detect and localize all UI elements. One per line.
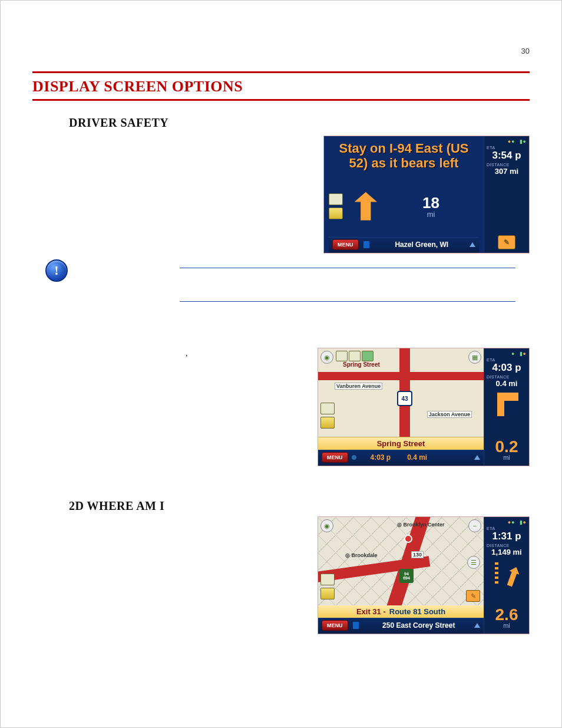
- city-label: Brookdale: [352, 552, 378, 558]
- pencil-badge-icon[interactable]: ✎: [466, 590, 480, 602]
- poi-icon[interactable]: [336, 351, 348, 361]
- menu-button[interactable]: MENU: [332, 239, 359, 250]
- north-arrow-icon: [470, 242, 475, 247]
- side-distance-unit: mi: [503, 622, 510, 629]
- vehicle-marker-icon: [404, 535, 412, 543]
- section-title: DISPLAY SCREEN OPTIONS: [32, 78, 530, 95]
- distance-label: DISTANCE: [487, 543, 510, 548]
- street-label: Vanburen Avenue: [335, 383, 382, 390]
- compass-icon[interactable]: −: [468, 519, 481, 532]
- route-shield: 43: [397, 391, 412, 406]
- menu-button[interactable]: MENU: [322, 452, 348, 463]
- side-distance-unit: mi: [503, 454, 510, 461]
- eta-value: 3:54 p: [492, 150, 521, 162]
- footer-time: 4:03 p: [371, 453, 391, 462]
- map-area[interactable]: ◉ − ◎ Brooklyn Center ◎ Brookdale 130 94…: [318, 517, 484, 605]
- page-number: 30: [521, 47, 530, 55]
- warning-icon[interactable]: [329, 207, 343, 219]
- side-panel: ●● ▮● ETA 1:31 p DISTANCE 1,149 mi 2.6 m…: [484, 517, 529, 634]
- page: 30 DISPLAY SCREEN OPTIONS DRIVER SAFETY …: [0, 0, 562, 728]
- north-arrow-icon: [474, 623, 480, 628]
- flag-icon[interactable]: [353, 622, 359, 629]
- eta-label: ETA: [487, 146, 495, 150]
- instruction-text: Stay on I-94 East (US 52) as it bears le…: [329, 140, 479, 174]
- turn-arrow-icon: [349, 192, 377, 220]
- rule-bottom: [32, 99, 530, 101]
- north-arrow-icon: [474, 455, 480, 460]
- flag-icon[interactable]: [363, 241, 369, 248]
- turn-left-arrow-icon: [495, 393, 518, 416]
- distance-value: 307 mi: [495, 167, 518, 176]
- heading-driver-safety: DRIVER SAFETY: [69, 116, 530, 130]
- eta-value: 4:03 p: [492, 362, 521, 374]
- screenshot-2d-map: ◉ ▦ Spring Street Vanburen Ave: [318, 348, 530, 466]
- recenter-icon[interactable]: ◉: [320, 351, 333, 364]
- fuel-icon[interactable]: [320, 574, 335, 585]
- menu-button[interactable]: MENU: [322, 620, 348, 631]
- map-area[interactable]: ◉ ▦ Spring Street Vanburen Ave: [318, 348, 484, 437]
- pencil-badge-icon[interactable]: ✎: [498, 235, 515, 249]
- rule-top: [32, 71, 530, 73]
- gps-dot-icon: [352, 455, 356, 460]
- poi-icon[interactable]: [349, 351, 361, 361]
- eta-label: ETA: [487, 358, 495, 362]
- footer-bar: MENU 4:03 p 0.4 mi: [318, 450, 484, 466]
- distance-value: 0.4 mi: [496, 379, 518, 388]
- info-icon[interactable]: ☰: [467, 556, 480, 569]
- heading-where-am-i: 2D WHERE AM I: [69, 499, 530, 513]
- screenshot-where-am-i: ◉ − ◎ Brooklyn Center ◎ Brookdale 130 94…: [318, 516, 530, 634]
- eta-label: ETA: [487, 526, 495, 531]
- section: DISPLAY SCREEN OPTIONS DRIVER SAFETY Sta…: [32, 71, 530, 634]
- screenshot-driver-safety: Stay on I-94 East (US 52) as it bears le…: [323, 136, 530, 253]
- distance-label: DISTANCE: [487, 163, 510, 167]
- eta-value: 1:31 p: [492, 531, 521, 542]
- footer-bar: MENU Hazel Green, WI: [329, 237, 479, 253]
- city-label: Brooklyn Center: [404, 522, 445, 528]
- interstate-shield-icon: 94694: [399, 569, 414, 583]
- next-distance: 18 mi: [383, 194, 479, 219]
- distance-value: 1,149 mi: [491, 548, 521, 556]
- fuel-icon[interactable]: [320, 403, 335, 414]
- progress-ticks-icon: [495, 562, 498, 586]
- warning-icon[interactable]: [320, 417, 335, 429]
- distance-label: DISTANCE: [487, 375, 510, 379]
- side-distance: 0.2: [495, 439, 518, 455]
- current-street-bar: Spring Street: [318, 437, 484, 450]
- note-lines: [180, 268, 515, 302]
- alert-icon: !: [45, 259, 68, 282]
- side-panel: ●● ▮● ETA 3:54 p DISTANCE 307 mi ✎: [484, 136, 529, 253]
- side-panel: ● ▮● ETA 4:03 p DISTANCE 0.4 mi 0.2 mi: [484, 348, 529, 466]
- side-distance: 2.6: [495, 607, 518, 623]
- fuel-icon[interactable]: [329, 193, 343, 205]
- footer-bar: MENU 250 East Corey Street: [318, 618, 484, 634]
- recenter-icon[interactable]: ◉: [320, 519, 333, 532]
- location-text: Hazel Green, WI: [374, 241, 470, 249]
- street-label: Jackson Avenue: [427, 411, 472, 418]
- location-text: 250 East Corey Street: [363, 621, 475, 630]
- street-label: Spring Street: [342, 361, 381, 368]
- route-shield: 130: [411, 551, 424, 558]
- poi-icon[interactable]: [362, 351, 373, 361]
- exit-bar: Exit 31 - Route 81 South: [318, 605, 484, 618]
- warning-icon[interactable]: [320, 588, 335, 599]
- bear-right-arrow-icon: [498, 563, 521, 588]
- footer-distance: 0.4 mi: [407, 453, 427, 462]
- compass-icon[interactable]: ▦: [468, 351, 481, 364]
